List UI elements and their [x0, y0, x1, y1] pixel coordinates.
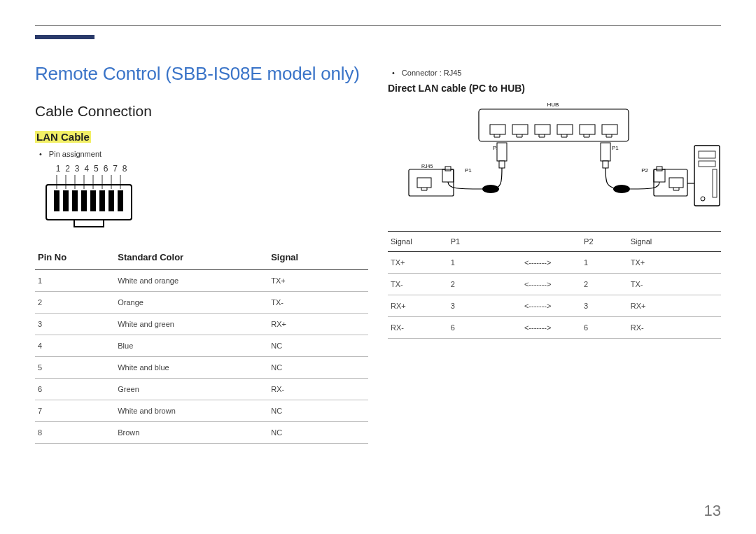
- svg-rect-34: [654, 169, 665, 182]
- svg-rect-18: [490, 125, 505, 134]
- cell-signal: RX+: [268, 314, 368, 335]
- svg-rect-37: [669, 178, 683, 188]
- cell-signal: NC: [268, 400, 368, 422]
- cell-p2: 2: [581, 274, 628, 295]
- svg-rect-19: [512, 125, 528, 134]
- cell-p2: 3: [581, 295, 628, 317]
- cell-arrow: <------->: [494, 252, 581, 274]
- svg-point-42: [701, 197, 705, 201]
- cell-arrow: <------->: [494, 274, 581, 295]
- svg-rect-11: [72, 190, 78, 211]
- cell-sig-left: TX+: [388, 252, 448, 274]
- th-signal-right: Signal: [628, 232, 721, 252]
- top-accent-bar: [35, 35, 94, 39]
- bullet-pin-assignment: Pin assignment: [39, 150, 368, 158]
- svg-rect-31: [445, 167, 451, 171]
- signal-mapping-table: Signal P1 P2 Signal TX+1<------->1TX+TX-…: [388, 231, 721, 339]
- cell-p1: 3: [448, 295, 495, 317]
- svg-rect-24: [497, 143, 507, 161]
- table-row: 8BrownNC: [35, 422, 368, 444]
- svg-rect-22: [580, 125, 595, 134]
- table-row: RX+3<------->3RX+: [388, 295, 721, 317]
- cell-sig-right: RX+: [628, 295, 721, 317]
- cell-sig-left: TX-: [388, 274, 448, 295]
- pin-num: 4: [84, 164, 90, 174]
- cell-color: Orange: [115, 292, 268, 314]
- hub-svg: HUB P2 P1: [388, 99, 724, 218]
- bullet-connector-rj45: Connector : RJ45: [392, 69, 721, 77]
- cell-pin: 5: [35, 357, 115, 379]
- right-bullet-list: Connector : RJ45: [392, 69, 721, 77]
- svg-rect-20: [535, 125, 550, 134]
- svg-rect-35: [657, 167, 662, 171]
- top-horizontal-rule: [35, 25, 721, 26]
- svg-rect-40: [699, 161, 715, 167]
- cell-pin: 8: [35, 422, 115, 444]
- rj45-svg: [43, 175, 141, 230]
- svg-rect-12: [81, 190, 87, 211]
- table-row: TX-2<------->2TX-: [388, 274, 721, 295]
- table-row: RX-6<------->6RX-: [388, 317, 721, 339]
- table-row: 2OrangeTX-: [35, 292, 368, 314]
- table-row: 4BlueNC: [35, 335, 368, 357]
- pin-num: 2: [65, 164, 71, 174]
- cell-signal: NC: [268, 422, 368, 444]
- cell-p2: 1: [581, 252, 628, 274]
- pin-num: 5: [93, 164, 99, 174]
- th-pin-no: Pin No: [35, 246, 115, 270]
- page-number: 13: [704, 502, 721, 520]
- cell-pin: 7: [35, 400, 115, 422]
- subsection-title: LAN Cable: [35, 131, 91, 143]
- svg-rect-15: [108, 190, 114, 211]
- cell-pin: 6: [35, 379, 115, 400]
- cell-signal: NC: [268, 335, 368, 357]
- cell-p1: 6: [448, 317, 495, 339]
- pin-num: 7: [113, 164, 118, 174]
- hub-diagram: HUB P2 P1: [388, 99, 721, 221]
- svg-rect-41: [713, 169, 717, 197]
- cell-pin: 1: [35, 270, 115, 292]
- svg-rect-10: [63, 190, 69, 211]
- svg-rect-14: [99, 190, 105, 211]
- cell-color: White and orange: [115, 270, 268, 292]
- svg-rect-23: [602, 125, 617, 134]
- content-area: Remote Control (SBB-IS08E model only) Ca…: [35, 63, 721, 506]
- cell-color: Blue: [115, 335, 268, 357]
- cell-p1: 1: [448, 252, 495, 274]
- cell-pin: 4: [35, 335, 115, 357]
- left-column: Remote Control (SBB-IS08E model only) Ca…: [35, 63, 368, 506]
- table-row: 7White and brownNC: [35, 400, 368, 422]
- cell-p2: 6: [581, 317, 628, 339]
- cell-color: Green: [115, 379, 268, 400]
- pin-num: 1: [55, 164, 61, 174]
- svg-rect-9: [54, 190, 59, 211]
- cell-p1: 2: [448, 274, 495, 295]
- label-p1-b: P1: [465, 167, 472, 174]
- table-row: 5White and blueNC: [35, 357, 368, 379]
- svg-rect-33: [417, 178, 431, 188]
- th-p1: P1: [448, 232, 495, 252]
- cell-arrow: <------->: [494, 295, 581, 317]
- pin-num: 8: [122, 164, 127, 174]
- pin-number-row: 1 2 3 4 5 6 7 8: [55, 164, 368, 174]
- pin-assignment-table: Pin No Standard Color Signal 1White and …: [35, 246, 368, 444]
- cell-signal: RX-: [268, 379, 368, 400]
- th-p2: P2: [581, 232, 628, 252]
- table-row: 3White and greenRX+: [35, 314, 368, 335]
- cell-sig-left: RX-: [388, 317, 448, 339]
- page-title: Remote Control (SBB-IS08E model only): [35, 63, 368, 85]
- svg-rect-30: [442, 169, 454, 182]
- right-column: Connector : RJ45 Direct LAN cable (PC to…: [388, 63, 721, 506]
- svg-rect-21: [557, 125, 573, 134]
- cell-sig-right: TX+: [628, 252, 721, 274]
- cell-arrow: <------->: [494, 317, 581, 339]
- cell-signal: NC: [268, 357, 368, 379]
- svg-rect-27: [603, 161, 608, 168]
- label-p1: P1: [612, 145, 619, 151]
- cell-color: White and green: [115, 314, 268, 335]
- cell-sig-right: TX-: [628, 274, 721, 295]
- svg-rect-25: [499, 161, 505, 168]
- svg-rect-39: [699, 151, 715, 158]
- section-title: Cable Connection: [35, 103, 368, 120]
- cell-sig-left: RX+: [388, 295, 448, 317]
